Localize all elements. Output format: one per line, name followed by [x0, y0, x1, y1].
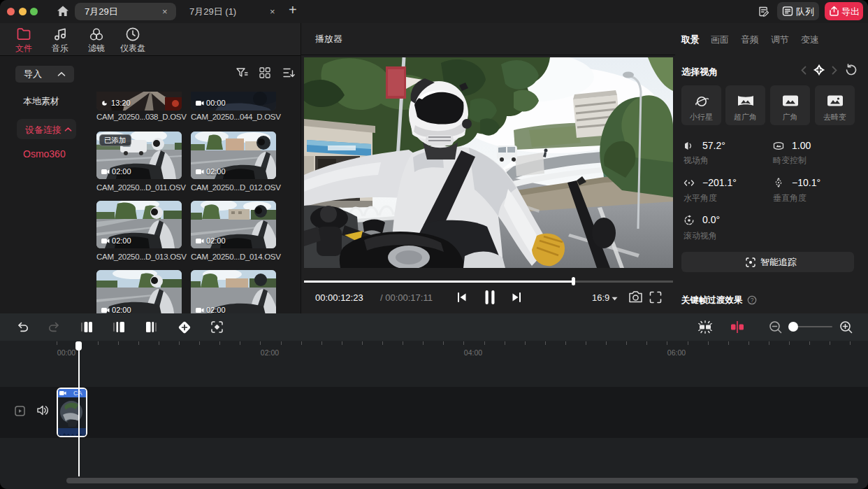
svg-text:?: ?	[751, 297, 754, 304]
